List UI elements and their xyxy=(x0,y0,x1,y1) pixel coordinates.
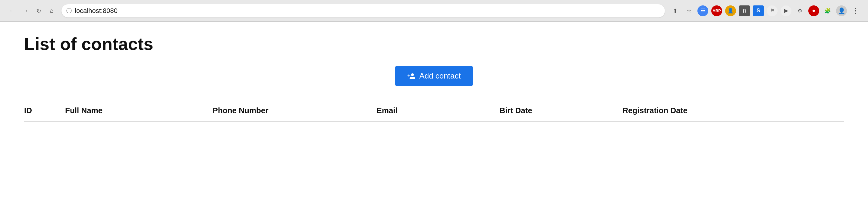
browser-nav-buttons: ← → ↻ ⌂ xyxy=(7,6,57,16)
home-button[interactable]: ⌂ xyxy=(47,6,57,16)
column-header-fullname: Full Name xyxy=(65,101,213,122)
extension-flag[interactable]: ⚑ xyxy=(767,5,778,16)
bookmark-icon[interactable]: ☆ xyxy=(684,5,694,16)
reload-button[interactable]: ↻ xyxy=(34,6,43,16)
url-text: localhost:8080 xyxy=(75,7,660,15)
chrome-menu-icon[interactable]: ⋮ xyxy=(850,5,861,16)
info-icon: ⓘ xyxy=(66,7,72,14)
table-header-row: ID Full Name Phone Number Email Birt Dat… xyxy=(24,101,844,122)
profile-avatar[interactable]: 👤 xyxy=(836,5,847,16)
extensions-puzzle-icon[interactable]: 🧩 xyxy=(822,5,833,16)
extension-s[interactable]: S xyxy=(753,5,764,16)
page-content: List of contacts Add contact ID Full Nam… xyxy=(0,22,868,134)
address-bar[interactable]: ⓘ localhost:8080 xyxy=(61,4,665,17)
browser-toolbar-right: ⬆ ☆ ☷ ABP 👤 {} S ⚑ ▶ ⚙ ● 🧩 👤 ⋮ xyxy=(670,5,861,16)
extension-users[interactable]: 👤 xyxy=(725,5,736,16)
browser-chrome: ← → ↻ ⌂ ⓘ localhost:8080 ⬆ ☆ ☷ ABP 👤 {} … xyxy=(0,0,868,22)
column-header-birthdate: Birt Date xyxy=(500,101,623,122)
extension-circle[interactable]: ● xyxy=(808,5,819,16)
add-contact-icon xyxy=(407,72,415,80)
extension-abp[interactable]: ABP xyxy=(711,5,722,16)
back-button[interactable]: ← xyxy=(7,6,17,16)
column-header-id: ID xyxy=(24,101,65,122)
table-header: ID Full Name Phone Number Email Birt Dat… xyxy=(24,101,844,122)
forward-button[interactable]: → xyxy=(21,6,30,16)
column-header-phone: Phone Number xyxy=(213,101,377,122)
share-icon[interactable]: ⬆ xyxy=(670,5,681,16)
extension-tab-manager[interactable]: ☷ xyxy=(698,5,708,16)
add-contact-btn-wrapper: Add contact xyxy=(24,66,844,86)
column-header-regdate: Registration Date xyxy=(623,101,844,122)
page-title: List of contacts xyxy=(24,34,844,54)
settings-icon[interactable]: ⚙ xyxy=(795,5,805,16)
add-contact-button[interactable]: Add contact xyxy=(395,66,472,86)
extension-curly[interactable]: {} xyxy=(739,5,750,16)
extension-video[interactable]: ▶ xyxy=(781,5,792,16)
contacts-table: ID Full Name Phone Number Email Birt Dat… xyxy=(24,101,844,122)
column-header-email: Email xyxy=(377,101,500,122)
add-contact-label: Add contact xyxy=(419,71,461,81)
